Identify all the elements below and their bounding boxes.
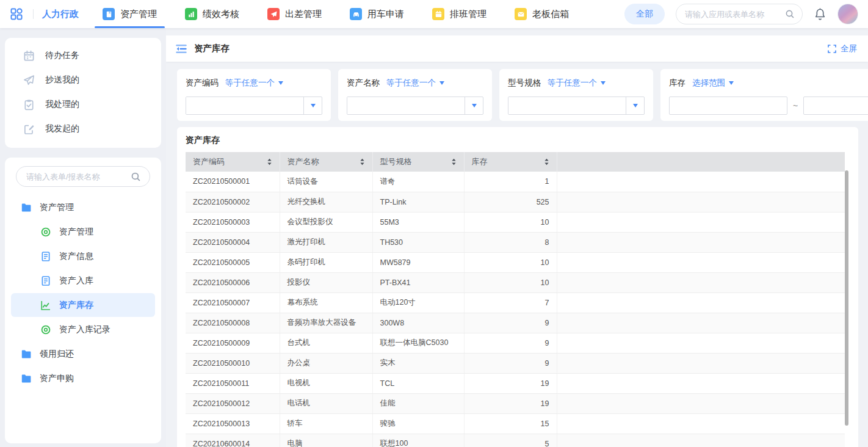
filter-operator-dropdown[interactable]: 等于任意一个 <box>548 78 606 89</box>
nav-search-input[interactable] <box>684 9 780 20</box>
cell-code: ZC20210500012 <box>186 393 280 413</box>
nav-tab-1[interactable]: 资产管理 <box>89 0 171 28</box>
range-separator: ~ <box>793 101 798 111</box>
table-row[interactable]: ZC20210500012电话机佳能19 <box>186 393 845 413</box>
nav-tab-3[interactable]: 出差管理 <box>253 0 336 28</box>
tree-item-2[interactable]: 资产管理 <box>11 220 155 244</box>
workspace-link[interactable]: 人力行政 <box>42 9 79 20</box>
cell-model: 联想100 <box>372 434 464 447</box>
table-row[interactable]: ZC20210500007幕布系统电动120寸7 <box>186 293 845 313</box>
table-row[interactable]: ZC20210500006投影仪PT-BX4110 <box>186 272 845 293</box>
filter-operator-label: 选择范围 <box>692 78 725 89</box>
app-launcher-icon[interactable] <box>10 7 23 21</box>
quick-item-3[interactable]: 我处理的 <box>5 92 161 117</box>
cell-empty <box>557 313 845 333</box>
cell-stock: 8 <box>464 232 557 252</box>
range-from-input[interactable] <box>669 96 787 115</box>
table-row[interactable]: ZC20210500010办公桌实木9 <box>186 353 845 373</box>
cell-model: TCL <box>372 373 464 393</box>
cell-empty <box>557 252 845 272</box>
all-apps-button[interactable]: 全部 <box>624 4 665 24</box>
cell-empty <box>557 192 845 212</box>
send-icon <box>23 74 35 86</box>
tree-item-label: 资产入库记录 <box>59 324 110 335</box>
collapse-sidebar-icon[interactable] <box>176 44 187 54</box>
table-row[interactable]: ZC20210500004激光打印机TH5308 <box>186 232 845 252</box>
cell-empty <box>557 413 845 434</box>
cell-name: 轿车 <box>280 413 372 434</box>
mailbox-icon <box>515 8 527 20</box>
table-row[interactable]: ZC20210500011电视机TCL19 <box>186 373 845 393</box>
table-row[interactable]: ZC20210500013轿车骏驰15 <box>186 413 845 434</box>
filter-operator-dropdown[interactable]: 等于任意一个 <box>386 78 444 89</box>
folder-icon <box>21 349 32 360</box>
column-header-2[interactable]: 资产名称 <box>280 152 372 172</box>
table-row[interactable]: ZC20210600014电脑联想1005 <box>186 434 845 447</box>
main-content: 资产库存 全屏 资产编码 等于任意一个 资 <box>166 28 868 447</box>
tree-item-3[interactable]: 资产信息 <box>11 244 155 268</box>
range-to-input[interactable] <box>803 96 868 115</box>
tree-item-label: 资产入库 <box>59 275 93 286</box>
tree-item-4[interactable]: 资产入库 <box>11 269 155 293</box>
filter-value-input[interactable] <box>508 97 626 114</box>
combobox-dropdown-button[interactable] <box>303 97 322 114</box>
table-row[interactable]: ZC20210500002光纤交换机TP-Link525 <box>186 192 845 212</box>
sidebar-search-input[interactable] <box>25 172 126 182</box>
document-icon <box>40 275 51 286</box>
quick-item-1[interactable]: 待办任务 <box>5 43 161 68</box>
column-header-4[interactable]: 库存 <box>464 152 557 172</box>
tree-item-7[interactable]: 领用归还 <box>11 342 155 366</box>
fullscreen-label: 全屏 <box>841 43 857 54</box>
cell-stock: 1 <box>464 172 557 192</box>
quick-item-2[interactable]: 抄送我的 <box>5 68 161 92</box>
cell-name: 电脑 <box>280 434 372 447</box>
column-header-label: 资产名称 <box>288 156 319 167</box>
combobox-dropdown-button[interactable] <box>465 97 483 114</box>
quick-item-4[interactable]: 我发起的 <box>5 117 161 141</box>
cell-code: ZC20210500001 <box>186 172 280 192</box>
column-header-1[interactable]: 资产编码 <box>186 152 280 172</box>
cell-stock: 7 <box>464 293 557 313</box>
table-row[interactable]: ZC20210500003会议型投影仪55M310 <box>186 212 845 232</box>
table-row[interactable]: ZC20210500005条码打印机MW587910 <box>186 252 845 272</box>
car-icon <box>350 8 362 20</box>
cell-name: 电视机 <box>280 373 372 393</box>
column-header-label: 库存 <box>472 156 488 167</box>
filter-value-input[interactable] <box>347 97 465 114</box>
tree-item-5[interactable]: 资产库存 <box>11 293 155 317</box>
fullscreen-button[interactable]: 全屏 <box>828 43 857 54</box>
sidebar-search-box <box>16 166 150 187</box>
sidebar: 待办任务 抄送我的 我处理的 我发起的 资产管理 资产管理 资产信息 <box>0 28 166 447</box>
tree-item-1[interactable]: 资产管理 <box>11 195 155 219</box>
table-row[interactable]: ZC20210500009台式机联想一体电脑C50309 <box>186 333 845 353</box>
calendar-icon <box>23 50 35 62</box>
tree-item-label: 资产申购 <box>40 373 74 384</box>
vertical-scrollbar[interactable] <box>845 170 848 426</box>
table-row[interactable]: ZC20210500008音频功率放大器设备300W89 <box>186 313 845 333</box>
nav-tab-4[interactable]: 用车申请 <box>336 0 418 28</box>
filter-operator-dropdown[interactable]: 选择范围 <box>692 78 734 89</box>
nav-tab-2[interactable]: 绩效考核 <box>171 0 253 28</box>
asset-inventory-table: 资产编码资产名称型号规格库存 ZC20210500001话筒设备谱奇1ZC202… <box>186 152 845 447</box>
filter-value-combobox <box>186 96 322 115</box>
nav-tab-5[interactable]: 排班管理 <box>418 0 501 28</box>
column-header-3[interactable]: 型号规格 <box>372 152 464 172</box>
quick-tasks-card: 待办任务 抄送我的 我处理的 我发起的 <box>5 38 161 148</box>
user-avatar[interactable] <box>837 4 858 24</box>
tree-item-6[interactable]: 资产入库记录 <box>11 318 155 341</box>
nav-tab-6[interactable]: 老板信箱 <box>501 0 583 28</box>
filter-card: 资产名称 等于任意一个 <box>338 69 492 121</box>
tree-item-8[interactable]: 资产申购 <box>11 366 155 390</box>
cell-empty <box>557 293 845 313</box>
cell-empty <box>557 373 845 393</box>
cell-code: ZC20210500004 <box>186 232 280 252</box>
cell-empty <box>557 212 845 232</box>
notification-bell-icon[interactable] <box>814 7 826 21</box>
cell-model: TH530 <box>372 232 464 252</box>
nav-tab-label: 绩效考核 <box>203 9 239 20</box>
filter-operator-dropdown[interactable]: 等于任意一个 <box>225 78 283 89</box>
table-row[interactable]: ZC20210500001话筒设备谱奇1 <box>186 172 845 192</box>
filter-value-input[interactable] <box>186 97 303 114</box>
combobox-dropdown-button[interactable] <box>626 97 644 114</box>
quick-item-label: 待办任务 <box>45 50 79 61</box>
